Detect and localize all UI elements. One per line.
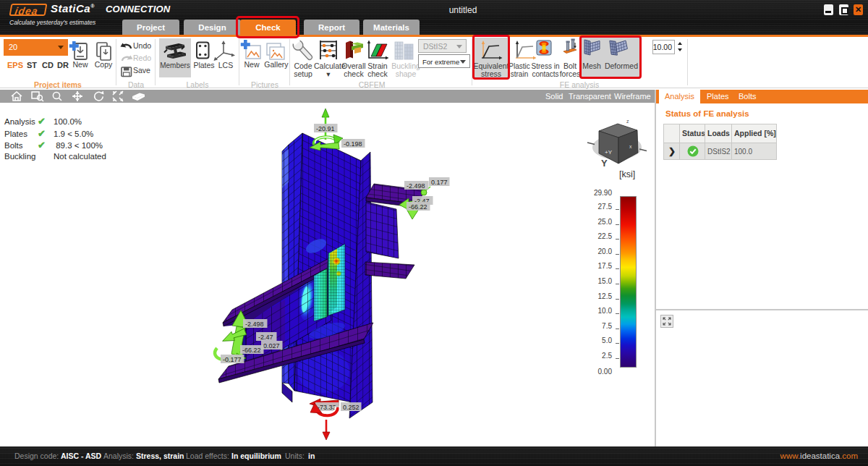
svg-text:Y: Y [601,158,608,169]
svg-text:0.027: 0.027 [263,342,280,350]
svg-text:-2.498: -2.498 [245,321,264,328]
svg-text:-73.33: -73.33 [318,404,336,411]
svg-text:-20.91: -20.91 [316,125,335,132]
svg-text:x: x [629,144,632,149]
svg-text:0.252: 0.252 [343,404,359,411]
svg-text:-0.177: -0.177 [223,356,242,363]
svg-text:-2.47: -2.47 [258,334,273,341]
svg-text:-66.22: -66.22 [242,347,261,354]
svg-text:z: z [626,119,629,124]
svg-text:0.177: 0.177 [431,179,448,186]
svg-text:-0.198: -0.198 [344,140,362,148]
svg-text:+Y: +Y [605,149,613,156]
svg-text:-2.498: -2.498 [407,182,425,190]
svg-text:-66.22: -66.22 [409,203,427,211]
